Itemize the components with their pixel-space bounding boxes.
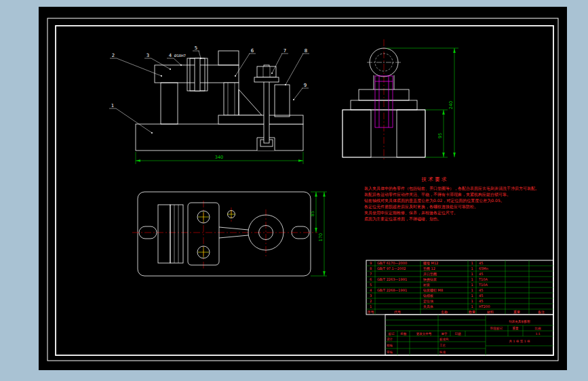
svg-text:4: 4 (370, 288, 372, 292)
svg-text:6: 6 (251, 48, 254, 54)
svg-text:1: 1 (471, 299, 473, 303)
tech-title: 技 术 要 求 (420, 176, 447, 182)
svg-text:3: 3 (370, 294, 372, 298)
svg-text:定位块: 定位块 (423, 299, 434, 304)
rev-header: 签字 (442, 332, 448, 336)
washer (254, 77, 279, 82)
stage-label: 阶段标记 (490, 326, 503, 331)
svg-text:数量: 数量 (469, 310, 475, 314)
svg-text:1: 1 (471, 277, 473, 281)
tech-line: 底面为主要定位基准面，不得磕碰、划伤。 (364, 216, 442, 222)
role-label: 设计 (387, 337, 393, 341)
svg-text:95: 95 (437, 133, 443, 138)
svg-text:1: 1 (471, 288, 473, 292)
svg-text:垫圈 12: 垫圈 12 (423, 266, 435, 270)
svg-text:GB/T 6170—2000: GB/T 6170—2000 (377, 261, 407, 265)
cad-viewport[interactable]: Ø18H7 340 1 (0, 0, 588, 381)
svg-text:7: 7 (283, 48, 286, 54)
sheet-info: 共 1 张 第 1 张 (509, 340, 530, 343)
svg-text:45: 45 (479, 294, 483, 298)
role-label: 审核 (387, 350, 393, 354)
svg-text:钻套螺钉 M8: 钻套螺钉 M8 (423, 288, 443, 292)
svg-text:T10A: T10A (478, 277, 488, 281)
svg-text:快换钻套: 快换钻套 (423, 277, 437, 282)
bushing-fit-label: Ø18H7 (174, 54, 186, 58)
role-label: 批准 (439, 350, 446, 354)
rev-header: 标记 (388, 332, 395, 336)
svg-text:8: 8 (305, 48, 307, 54)
svg-text:1: 1 (471, 266, 473, 270)
svg-text:45: 45 (479, 288, 483, 292)
tech-line: 装入夹具体中的各零件（包括钻套、开口垫圈等），各配合表面应去毛刺并清洗干净后方可… (364, 186, 539, 191)
svg-text:85: 85 (310, 211, 315, 216)
drawing-sheet: Ø18H7 340 1 (0, 0, 588, 381)
svg-text:3: 3 (146, 53, 149, 58)
svg-text:2: 2 (370, 299, 372, 303)
svg-text:备注: 备注 (538, 310, 545, 314)
svg-text:45: 45 (479, 299, 483, 303)
svg-text:240: 240 (448, 101, 454, 109)
svg-text:材料: 材料 (486, 310, 494, 315)
svg-text:45: 45 (479, 272, 483, 276)
svg-text:HT200: HT200 (479, 304, 490, 308)
svg-text:1: 1 (471, 294, 473, 298)
svg-text:9: 9 (370, 261, 372, 265)
svg-text:1: 1 (111, 103, 114, 108)
tech-line: 各定位元件磨损超差后应及时更换，各螺纹连接处应可靠防松。 (364, 204, 478, 209)
scale-value: 1:1 (535, 332, 540, 336)
svg-text:1: 1 (471, 272, 473, 276)
svg-text:340: 340 (215, 155, 223, 160)
weight-label: 重量 (513, 326, 520, 330)
svg-text:1: 1 (471, 304, 473, 308)
svg-text:GB/T 97.1—2002: GB/T 97.1—2002 (377, 266, 406, 270)
svg-text:1: 1 (471, 283, 473, 287)
svg-text:2: 2 (112, 53, 115, 58)
svg-text:钻模板: 钻模板 (423, 294, 433, 298)
svg-text:GB/T 2268—1991: GB/T 2268—1991 (377, 288, 407, 292)
rev-header: 更改文件号 (416, 332, 432, 336)
svg-text:T10A: T10A (478, 283, 488, 287)
slide-plate (218, 115, 303, 124)
svg-text:6: 6 (370, 277, 372, 281)
rev-header: 日期 (455, 332, 462, 336)
svg-text:GB/T 2263—1991: GB/T 2263—1991 (377, 277, 407, 281)
svg-text:名称: 名称 (441, 310, 448, 314)
tech-line: 钻套轴线对夹具体底面的垂直度公差为0.02，对定位面的位置度公差为0.05。 (364, 198, 505, 203)
tech-line: 夹具使用中应定期检修、保养，并校验各定位尺寸。 (364, 210, 458, 216)
svg-text:序号: 序号 (368, 310, 374, 315)
svg-text:4: 4 (169, 53, 172, 58)
svg-text:重量: 重量 (513, 310, 520, 314)
svg-text:170: 170 (318, 233, 324, 241)
svg-text:7: 7 (370, 272, 372, 276)
svg-text:9: 9 (304, 83, 307, 88)
drawing-name: 钻床夹具装配图 (509, 319, 530, 323)
svg-text:8: 8 (370, 266, 372, 270)
svg-text:5: 5 (370, 283, 372, 287)
role-label: 标准化 (439, 337, 449, 342)
svg-text:65Mn: 65Mn (479, 266, 488, 270)
bushing-bore (195, 58, 200, 91)
svg-text:45: 45 (479, 261, 483, 265)
svg-text:夹具体: 夹具体 (423, 304, 433, 308)
svg-text:代号: 代号 (394, 310, 401, 314)
svg-text:开口垫圈: 开口垫圈 (423, 272, 437, 277)
svg-text:1: 1 (471, 261, 473, 265)
rev-header: 处数 (401, 332, 408, 336)
role-label: 校核 (387, 344, 393, 347)
hex-nut (257, 66, 276, 77)
svg-text:螺母 M12: 螺母 M12 (423, 261, 438, 265)
svg-text:1: 1 (370, 304, 372, 308)
screw-boss (224, 83, 239, 115)
svg-text:衬套: 衬套 (423, 283, 430, 287)
svg-text:5: 5 (195, 45, 197, 51)
bom-row: 8GB/T 97.1—2002 垫圈 121 65Mn (370, 266, 488, 270)
tech-line: 装配后各运动零件应动作灵活、平稳，不得有卡滞现象，夹紧机构应能自锁可靠。 (364, 192, 511, 197)
role-label: 工艺 (439, 343, 446, 347)
